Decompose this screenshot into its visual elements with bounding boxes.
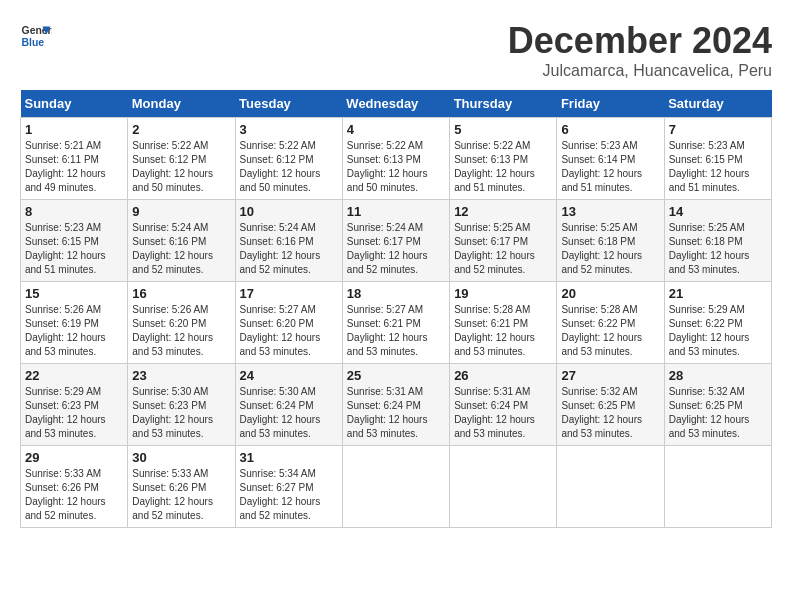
day-number: 30 (132, 450, 230, 465)
day-info: Sunrise: 5:23 AMSunset: 6:15 PMDaylight:… (669, 139, 767, 195)
day-info: Sunrise: 5:26 AMSunset: 6:20 PMDaylight:… (132, 303, 230, 359)
day-info: Sunrise: 5:27 AMSunset: 6:21 PMDaylight:… (347, 303, 445, 359)
calendar-cell: 31Sunrise: 5:34 AMSunset: 6:27 PMDayligh… (235, 446, 342, 528)
day-info: Sunrise: 5:30 AMSunset: 6:23 PMDaylight:… (132, 385, 230, 441)
day-info: Sunrise: 5:29 AMSunset: 6:23 PMDaylight:… (25, 385, 123, 441)
calendar-cell: 22Sunrise: 5:29 AMSunset: 6:23 PMDayligh… (21, 364, 128, 446)
col-wednesday: Wednesday (342, 90, 449, 118)
col-sunday: Sunday (21, 90, 128, 118)
calendar-cell: 11Sunrise: 5:24 AMSunset: 6:17 PMDayligh… (342, 200, 449, 282)
calendar-cell: 28Sunrise: 5:32 AMSunset: 6:25 PMDayligh… (664, 364, 771, 446)
calendar-cell: 27Sunrise: 5:32 AMSunset: 6:25 PMDayligh… (557, 364, 664, 446)
calendar-cell: 16Sunrise: 5:26 AMSunset: 6:20 PMDayligh… (128, 282, 235, 364)
day-info: Sunrise: 5:30 AMSunset: 6:24 PMDaylight:… (240, 385, 338, 441)
day-number: 27 (561, 368, 659, 383)
day-info: Sunrise: 5:34 AMSunset: 6:27 PMDaylight:… (240, 467, 338, 523)
calendar-cell: 6Sunrise: 5:23 AMSunset: 6:14 PMDaylight… (557, 118, 664, 200)
calendar-week-5: 29Sunrise: 5:33 AMSunset: 6:26 PMDayligh… (21, 446, 772, 528)
day-info: Sunrise: 5:28 AMSunset: 6:22 PMDaylight:… (561, 303, 659, 359)
day-number: 15 (25, 286, 123, 301)
day-number: 9 (132, 204, 230, 219)
day-info: Sunrise: 5:22 AMSunset: 6:13 PMDaylight:… (347, 139, 445, 195)
day-info: Sunrise: 5:28 AMSunset: 6:21 PMDaylight:… (454, 303, 552, 359)
calendar-cell: 26Sunrise: 5:31 AMSunset: 6:24 PMDayligh… (450, 364, 557, 446)
day-number: 4 (347, 122, 445, 137)
day-number: 3 (240, 122, 338, 137)
col-thursday: Thursday (450, 90, 557, 118)
calendar-week-1: 1Sunrise: 5:21 AMSunset: 6:11 PMDaylight… (21, 118, 772, 200)
day-info: Sunrise: 5:31 AMSunset: 6:24 PMDaylight:… (347, 385, 445, 441)
day-info: Sunrise: 5:22 AMSunset: 6:12 PMDaylight:… (240, 139, 338, 195)
calendar-cell: 18Sunrise: 5:27 AMSunset: 6:21 PMDayligh… (342, 282, 449, 364)
calendar-cell: 13Sunrise: 5:25 AMSunset: 6:18 PMDayligh… (557, 200, 664, 282)
day-number: 13 (561, 204, 659, 219)
day-number: 26 (454, 368, 552, 383)
page-header: General Blue December 2024 Julcamarca, H… (20, 20, 772, 80)
title-block: December 2024 Julcamarca, Huancavelica, … (508, 20, 772, 80)
calendar-cell (664, 446, 771, 528)
col-saturday: Saturday (664, 90, 771, 118)
day-number: 1 (25, 122, 123, 137)
day-info: Sunrise: 5:23 AMSunset: 6:14 PMDaylight:… (561, 139, 659, 195)
calendar-cell: 7Sunrise: 5:23 AMSunset: 6:15 PMDaylight… (664, 118, 771, 200)
day-number: 6 (561, 122, 659, 137)
day-info: Sunrise: 5:27 AMSunset: 6:20 PMDaylight:… (240, 303, 338, 359)
day-number: 2 (132, 122, 230, 137)
calendar-cell: 9Sunrise: 5:24 AMSunset: 6:16 PMDaylight… (128, 200, 235, 282)
calendar-cell: 24Sunrise: 5:30 AMSunset: 6:24 PMDayligh… (235, 364, 342, 446)
day-info: Sunrise: 5:24 AMSunset: 6:16 PMDaylight:… (132, 221, 230, 277)
calendar-cell: 25Sunrise: 5:31 AMSunset: 6:24 PMDayligh… (342, 364, 449, 446)
calendar-week-3: 15Sunrise: 5:26 AMSunset: 6:19 PMDayligh… (21, 282, 772, 364)
logo: General Blue (20, 20, 52, 52)
month-title: December 2024 (508, 20, 772, 62)
day-info: Sunrise: 5:25 AMSunset: 6:17 PMDaylight:… (454, 221, 552, 277)
calendar-cell: 8Sunrise: 5:23 AMSunset: 6:15 PMDaylight… (21, 200, 128, 282)
calendar-cell: 20Sunrise: 5:28 AMSunset: 6:22 PMDayligh… (557, 282, 664, 364)
day-info: Sunrise: 5:31 AMSunset: 6:24 PMDaylight:… (454, 385, 552, 441)
day-number: 10 (240, 204, 338, 219)
col-monday: Monday (128, 90, 235, 118)
day-info: Sunrise: 5:26 AMSunset: 6:19 PMDaylight:… (25, 303, 123, 359)
day-info: Sunrise: 5:25 AMSunset: 6:18 PMDaylight:… (561, 221, 659, 277)
day-number: 21 (669, 286, 767, 301)
calendar-cell: 30Sunrise: 5:33 AMSunset: 6:26 PMDayligh… (128, 446, 235, 528)
day-info: Sunrise: 5:24 AMSunset: 6:17 PMDaylight:… (347, 221, 445, 277)
calendar-cell: 17Sunrise: 5:27 AMSunset: 6:20 PMDayligh… (235, 282, 342, 364)
col-friday: Friday (557, 90, 664, 118)
calendar-cell: 14Sunrise: 5:25 AMSunset: 6:18 PMDayligh… (664, 200, 771, 282)
day-info: Sunrise: 5:25 AMSunset: 6:18 PMDaylight:… (669, 221, 767, 277)
calendar-cell: 21Sunrise: 5:29 AMSunset: 6:22 PMDayligh… (664, 282, 771, 364)
day-info: Sunrise: 5:24 AMSunset: 6:16 PMDaylight:… (240, 221, 338, 277)
day-number: 19 (454, 286, 552, 301)
day-number: 14 (669, 204, 767, 219)
calendar-cell: 2Sunrise: 5:22 AMSunset: 6:12 PMDaylight… (128, 118, 235, 200)
day-info: Sunrise: 5:33 AMSunset: 6:26 PMDaylight:… (25, 467, 123, 523)
svg-text:Blue: Blue (22, 37, 45, 48)
day-number: 16 (132, 286, 230, 301)
day-info: Sunrise: 5:21 AMSunset: 6:11 PMDaylight:… (25, 139, 123, 195)
calendar-cell: 5Sunrise: 5:22 AMSunset: 6:13 PMDaylight… (450, 118, 557, 200)
day-info: Sunrise: 5:32 AMSunset: 6:25 PMDaylight:… (561, 385, 659, 441)
day-info: Sunrise: 5:23 AMSunset: 6:15 PMDaylight:… (25, 221, 123, 277)
calendar-cell (557, 446, 664, 528)
day-number: 12 (454, 204, 552, 219)
day-info: Sunrise: 5:33 AMSunset: 6:26 PMDaylight:… (132, 467, 230, 523)
day-number: 28 (669, 368, 767, 383)
calendar-cell: 15Sunrise: 5:26 AMSunset: 6:19 PMDayligh… (21, 282, 128, 364)
day-info: Sunrise: 5:22 AMSunset: 6:12 PMDaylight:… (132, 139, 230, 195)
calendar-cell: 12Sunrise: 5:25 AMSunset: 6:17 PMDayligh… (450, 200, 557, 282)
calendar-cell: 29Sunrise: 5:33 AMSunset: 6:26 PMDayligh… (21, 446, 128, 528)
day-number: 31 (240, 450, 338, 465)
day-number: 17 (240, 286, 338, 301)
calendar-cell: 3Sunrise: 5:22 AMSunset: 6:12 PMDaylight… (235, 118, 342, 200)
calendar-table: Sunday Monday Tuesday Wednesday Thursday… (20, 90, 772, 528)
calendar-cell: 23Sunrise: 5:30 AMSunset: 6:23 PMDayligh… (128, 364, 235, 446)
day-info: Sunrise: 5:22 AMSunset: 6:13 PMDaylight:… (454, 139, 552, 195)
day-info: Sunrise: 5:32 AMSunset: 6:25 PMDaylight:… (669, 385, 767, 441)
logo-icon: General Blue (20, 20, 52, 52)
calendar-header-row: Sunday Monday Tuesday Wednesday Thursday… (21, 90, 772, 118)
location-subtitle: Julcamarca, Huancavelica, Peru (508, 62, 772, 80)
day-number: 23 (132, 368, 230, 383)
day-number: 29 (25, 450, 123, 465)
day-number: 25 (347, 368, 445, 383)
